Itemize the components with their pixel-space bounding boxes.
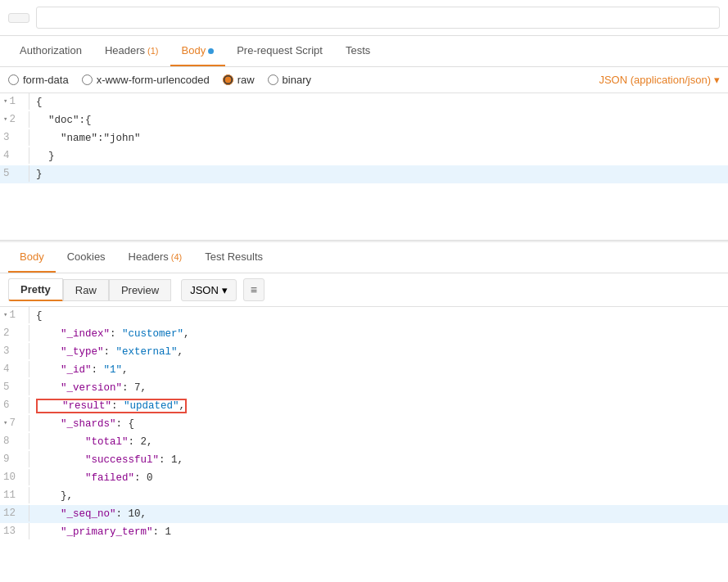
response-line-num-text: 1 bbox=[9, 307, 16, 323]
format-select-btn[interactable]: JSON▾ bbox=[181, 279, 237, 301]
response-tab-headers[interactable]: Headers (4) bbox=[117, 242, 194, 273]
response-line-num-text: 11 bbox=[3, 487, 16, 503]
view-btn-preview[interactable]: Preview bbox=[109, 279, 171, 301]
line-content: } bbox=[36, 165, 43, 183]
response-line-num-text: 12 bbox=[3, 505, 16, 521]
json-format-chevron: ▾ bbox=[714, 74, 720, 86]
response-tab-body[interactable]: Body bbox=[8, 242, 56, 273]
response-line-13: 13 "_primary_term": 1 bbox=[0, 523, 728, 541]
response-line-number: 5 bbox=[0, 379, 29, 395]
response-line-num-text: 3 bbox=[3, 343, 10, 359]
line-num-text: 4 bbox=[3, 147, 10, 164]
json-format-select[interactable]: JSON (application/json)▾ bbox=[599, 74, 720, 86]
body-radio-form-data[interactable] bbox=[8, 74, 19, 85]
body-type-label-form-data: form-data bbox=[23, 74, 69, 86]
line-num-text: 1 bbox=[9, 93, 16, 110]
line-num-text: 2 bbox=[9, 111, 16, 128]
response-line-9: 9 "successful": 1, bbox=[0, 451, 728, 469]
line-number: 3 bbox=[0, 129, 29, 146]
response-line-8: 8 "total": 2, bbox=[0, 433, 728, 451]
body-type-label-urlencoded: x-www-form-urlencoded bbox=[97, 74, 210, 86]
line-number: 4 bbox=[0, 147, 29, 164]
line-number: 5 bbox=[0, 165, 29, 182]
body-type-binary[interactable]: binary bbox=[268, 74, 311, 86]
response-line-content: "_id": "1", bbox=[36, 361, 129, 379]
response-line-num-text: 8 bbox=[3, 433, 10, 449]
request-line-1: ▾1{ bbox=[0, 93, 728, 111]
response-line-6: 6 "result": "updated", bbox=[0, 397, 728, 415]
response-line-content: "result": "updated", bbox=[36, 397, 187, 415]
filter-icon: ≡ bbox=[251, 283, 257, 296]
response-line-num-text: 13 bbox=[3, 523, 16, 539]
body-type-bar: form-datax-www-form-urlencodedrawbinaryJ… bbox=[0, 67, 728, 93]
response-line-number: 12 bbox=[0, 505, 29, 521]
body-type-form-data[interactable]: form-data bbox=[8, 74, 69, 86]
response-line-content: "total": 2, bbox=[36, 433, 153, 451]
request-tab-pre-request[interactable]: Pre-request Script bbox=[225, 36, 334, 66]
body-radio-urlencoded[interactable] bbox=[82, 74, 93, 85]
request-tab-headers[interactable]: Headers (1) bbox=[93, 36, 170, 66]
line-content: { bbox=[36, 93, 43, 111]
body-type-raw[interactable]: raw bbox=[223, 74, 255, 86]
line-arrow[interactable]: ▾ bbox=[3, 96, 7, 107]
response-line-num-text: 7 bbox=[9, 415, 16, 431]
body-radio-raw[interactable] bbox=[223, 74, 233, 85]
response-tab-bar: BodyCookiesHeaders (4)Test Results bbox=[0, 242, 728, 273]
response-line-number: ▾7 bbox=[0, 415, 29, 431]
response-line-num-text: 2 bbox=[3, 325, 10, 341]
response-line-num-text: 9 bbox=[3, 451, 10, 467]
response-line-content: }, bbox=[36, 487, 73, 505]
response-line-number: 9 bbox=[0, 451, 29, 467]
response-line-content: "_version": 7, bbox=[36, 379, 147, 397]
response-line-number: 2 bbox=[0, 325, 29, 341]
body-type-label-binary: binary bbox=[283, 74, 311, 86]
response-line-number: 6 bbox=[0, 397, 29, 413]
tab-dot-body bbox=[208, 48, 214, 54]
response-code[interactable]: ▾1{2 "_index": "customer",3 "_type": "ex… bbox=[0, 307, 728, 541]
response-line-11: 11 }, bbox=[0, 487, 728, 505]
request-line-4: 4 } bbox=[0, 147, 728, 165]
response-toolbar: PrettyRawPreviewJSON▾≡ bbox=[0, 273, 728, 307]
body-type-label-raw: raw bbox=[237, 74, 255, 86]
response-section: BodyCookiesHeaders (4)Test Results Prett… bbox=[0, 241, 728, 541]
response-line-12: 12 "_seq_no": 10, bbox=[0, 505, 728, 523]
highlighted-result-box: "result": "updated", bbox=[36, 399, 187, 413]
response-line-content: "_shards": { bbox=[36, 415, 134, 433]
body-radio-binary[interactable] bbox=[268, 74, 278, 85]
response-line-number: 8 bbox=[0, 433, 29, 449]
response-line-arrow[interactable]: ▾ bbox=[3, 417, 7, 429]
request-tab-body[interactable]: Body bbox=[170, 36, 226, 66]
filter-button[interactable]: ≡ bbox=[243, 278, 265, 301]
response-line-5: 5 "_version": 7, bbox=[0, 379, 728, 397]
response-line-content: "_primary_term": 1 bbox=[36, 523, 171, 541]
response-line-number: 10 bbox=[0, 469, 29, 485]
method-dropdown[interactable] bbox=[8, 13, 29, 23]
request-code-editor[interactable]: ▾1{▾2 "doc":{3 "name":"john"4 }5} bbox=[0, 93, 728, 241]
view-btn-raw[interactable]: Raw bbox=[63, 279, 109, 301]
tab-badge-headers: (1) bbox=[145, 46, 159, 56]
response-tab-cookies[interactable]: Cookies bbox=[56, 242, 117, 273]
line-num-text: 5 bbox=[3, 165, 10, 182]
response-line-number: 4 bbox=[0, 361, 29, 377]
response-line-num-text: 5 bbox=[3, 379, 10, 395]
line-num-text: 3 bbox=[3, 129, 10, 146]
view-btn-pretty[interactable]: Pretty bbox=[8, 278, 63, 301]
request-tab-authorization[interactable]: Authorization bbox=[8, 36, 93, 66]
request-line-5: 5} bbox=[0, 165, 728, 183]
request-tab-bar: AuthorizationHeaders (1)BodyPre-request … bbox=[0, 36, 728, 67]
request-tab-tests[interactable]: Tests bbox=[334, 36, 382, 66]
format-label: JSON bbox=[190, 284, 219, 296]
response-tab-test-results[interactable]: Test Results bbox=[193, 242, 274, 273]
body-type-urlencoded[interactable]: x-www-form-urlencoded bbox=[82, 74, 210, 86]
line-number: ▾1 bbox=[0, 93, 29, 110]
format-chevron: ▾ bbox=[222, 284, 228, 296]
response-line-number: 3 bbox=[0, 343, 29, 359]
response-line-content: "_index": "customer", bbox=[36, 325, 190, 343]
response-line-num-text: 4 bbox=[3, 361, 10, 377]
url-input[interactable] bbox=[36, 7, 720, 29]
response-line-arrow[interactable]: ▾ bbox=[3, 309, 7, 321]
response-line-num-text: 10 bbox=[3, 469, 16, 485]
response-line-3: 3 "_type": "external", bbox=[0, 343, 728, 361]
line-arrow[interactable]: ▾ bbox=[3, 114, 7, 125]
line-number: ▾2 bbox=[0, 111, 29, 128]
